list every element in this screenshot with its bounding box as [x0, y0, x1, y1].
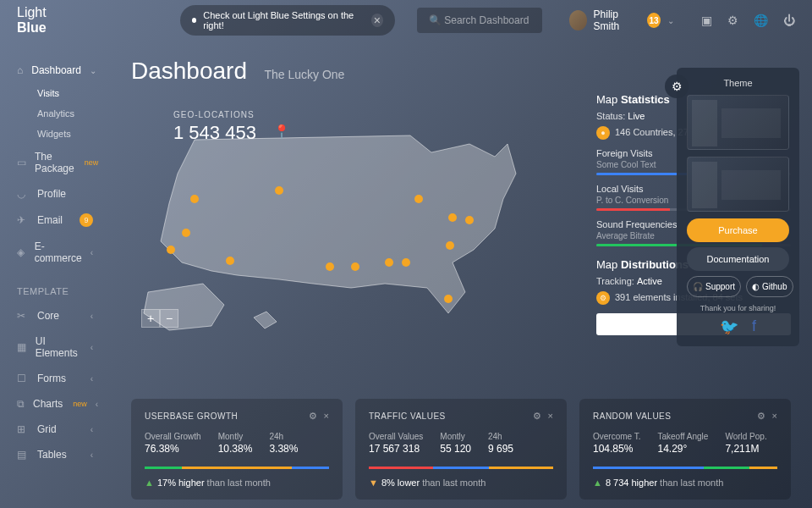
- profile-icon: ◡: [17, 188, 29, 200]
- avatar: [569, 10, 587, 30]
- e-commerce-icon: ◈: [17, 246, 26, 258]
- map-marker[interactable]: [446, 241, 454, 250]
- geo-value: 1 543 453: [173, 122, 256, 144]
- count-badge: 9: [80, 213, 93, 227]
- theme-gear-icon[interactable]: ⚙: [665, 75, 689, 98]
- sidebar-item-e-commerce[interactable]: ◈E-commerce‹: [0, 234, 110, 271]
- theme-thumb-1[interactable]: [687, 95, 789, 150]
- theme-title: Theme: [687, 78, 789, 88]
- map-marker[interactable]: [275, 186, 283, 195]
- globe-icon[interactable]: 🌐: [754, 14, 768, 27]
- arrow-up-icon: ▲: [593, 478, 602, 488]
- sidebar-item-ui-elements[interactable]: ▦UI Elements‹: [0, 329, 110, 366]
- sidebar-item-label: UI Elements: [36, 335, 82, 359]
- gear-icon[interactable]: ⚙: [727, 14, 738, 27]
- chevron-icon: ‹: [91, 343, 93, 352]
- metric: Overcome T.104.85%: [593, 432, 641, 455]
- chevron-icon: ‹: [96, 400, 98, 409]
- dashboard-icon: ⌂: [17, 64, 23, 76]
- sidebar-item-label: The Package: [35, 151, 74, 174]
- support-button[interactable]: 🎧 Support: [687, 276, 741, 297]
- logo[interactable]: Light Blue: [17, 5, 74, 36]
- map-marker[interactable]: [402, 258, 410, 267]
- sidebar-sub-widgets[interactable]: Widgets: [0, 124, 110, 144]
- chat-icon[interactable]: ▣: [701, 14, 712, 27]
- card-bar: [593, 467, 777, 469]
- sidebar-item-tables[interactable]: ▤Tables‹: [0, 442, 110, 467]
- sidebar-item-dashboard[interactable]: ⌂Dashboard⌄: [0, 58, 110, 83]
- chevron-icon: ‹: [91, 425, 93, 434]
- sidebar-item-label: Dashboard: [31, 64, 81, 76]
- chevron-icon: ‹: [91, 312, 93, 321]
- card-close-icon[interactable]: ×: [772, 411, 777, 422]
- sidebar-sub-visits[interactable]: Visits: [0, 83, 110, 103]
- metric-label: Montly: [218, 432, 253, 441]
- power-icon[interactable]: ⏻: [783, 14, 795, 27]
- metric-value: 3.38%: [269, 443, 298, 455]
- search-input[interactable]: 🔍 Search Dashboard: [417, 8, 542, 33]
- metric: Overall Values17 567 318: [369, 432, 423, 455]
- stat-card: USERBASE GROWTH⚙×Overall Growth76.38%Mon…: [131, 399, 343, 500]
- metric: World Pop.7,211M: [725, 432, 766, 455]
- sidebar-item-label: E-commerce: [35, 240, 82, 264]
- card-summary: ▼8% lower than last month: [369, 478, 553, 488]
- metric-label: World Pop.: [725, 432, 766, 441]
- card-title: USERBASE GROWTH: [145, 411, 238, 421]
- chevron-icon: ‹: [91, 248, 93, 257]
- card-close-icon[interactable]: ×: [324, 411, 329, 422]
- sidebar-item-core[interactable]: ✂Core‹: [0, 303, 110, 329]
- metric: Overall Growth76.38%: [145, 432, 201, 455]
- arrow-up-icon: ▲: [145, 478, 154, 488]
- user-menu[interactable]: Philip Smith 13 ⌄: [569, 8, 674, 32]
- sidebar-item-email[interactable]: ✈Email9: [0, 207, 110, 234]
- chevron-icon: ⌄: [90, 66, 96, 75]
- stat-card: RANDOM VALUES⚙×Overcome T.104.85%Takeoff…: [579, 399, 791, 500]
- sidebar-item-forms[interactable]: ☐Forms‹: [0, 366, 110, 391]
- twitter-icon[interactable]: 🐦: [720, 318, 738, 336]
- metric: Takeoff Angle14.29°: [658, 432, 709, 455]
- map-marker[interactable]: [448, 213, 457, 222]
- card-close-icon[interactable]: ×: [548, 411, 553, 422]
- chevron-down-icon: ⌄: [667, 16, 674, 25]
- map-marker[interactable]: [351, 262, 359, 271]
- charts-icon: ⧉: [17, 398, 25, 410]
- purchase-button[interactable]: Purchase: [687, 218, 789, 242]
- close-icon[interactable]: ×: [371, 14, 383, 27]
- globe-icon: ●: [596, 126, 610, 140]
- card-gear-icon[interactable]: ⚙: [309, 411, 317, 422]
- card-summary: ▲17% higher than last month: [145, 478, 329, 488]
- user-badge: 13: [647, 13, 661, 28]
- metric-value: 55 120: [440, 443, 471, 455]
- sidebar-item-label: Core: [37, 310, 59, 322]
- zoom-in-button[interactable]: +: [141, 309, 160, 328]
- sidebar-sub-analytics[interactable]: Analytics: [0, 103, 110, 124]
- card-gear-icon[interactable]: ⚙: [533, 411, 541, 422]
- facebook-icon[interactable]: f: [752, 318, 756, 336]
- map-marker[interactable]: [182, 229, 190, 237]
- sidebar-item-profile[interactable]: ◡Profile: [0, 181, 110, 207]
- sidebar-item-charts[interactable]: ⧉Chartsnew‹: [0, 391, 110, 417]
- documentation-button[interactable]: Documentation: [687, 247, 789, 271]
- map-marker[interactable]: [190, 195, 199, 203]
- map-marker[interactable]: [226, 257, 234, 265]
- map-marker[interactable]: [414, 195, 423, 203]
- metric-label: Takeoff Angle: [658, 432, 709, 441]
- theme-thumb-2[interactable]: [687, 157, 789, 212]
- notification-text: Check out Light Blue Settings on the rig…: [203, 10, 359, 30]
- zoom-out-button[interactable]: −: [160, 309, 178, 328]
- theme-panel: ⚙ Theme Purchase Documentation 🎧 Support…: [677, 68, 799, 346]
- sidebar-item-grid[interactable]: ⊞Grid‹: [0, 417, 110, 442]
- card-gear-icon[interactable]: ⚙: [757, 411, 765, 422]
- email-icon: ✈: [17, 214, 29, 226]
- github-button[interactable]: ◐ Github: [746, 276, 793, 297]
- map-marker[interactable]: [326, 262, 334, 271]
- map-marker[interactable]: [444, 295, 453, 303]
- sidebar-item-the-package[interactable]: ▭The Packagenew: [0, 144, 110, 181]
- map-marker[interactable]: [167, 246, 175, 254]
- page-title: Dashboard: [131, 58, 247, 85]
- card-bar: [145, 467, 329, 469]
- sidebar-item-label: Grid: [37, 423, 57, 435]
- map-marker[interactable]: [465, 216, 474, 224]
- the package-icon: ▭: [17, 157, 26, 168]
- map-marker[interactable]: [385, 258, 393, 267]
